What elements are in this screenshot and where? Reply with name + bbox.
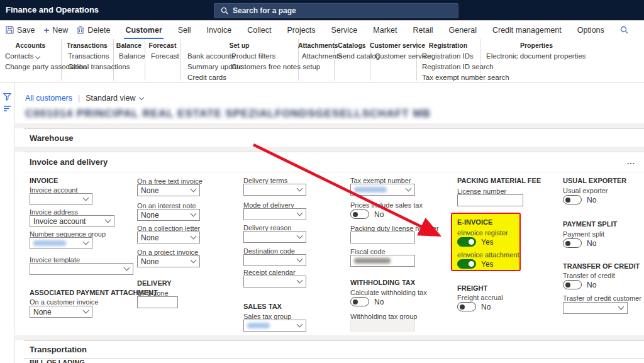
on-project-invoice-dropdown[interactable]: None	[137, 255, 200, 267]
filter-icon[interactable]	[3, 92, 11, 101]
toggle-knob	[353, 299, 358, 304]
menu-item-registration-ids[interactable]: Registration IDs	[422, 52, 474, 61]
transfer-of-credit-customer-dropdown[interactable]	[563, 302, 628, 314]
einvoice-attachment-toggle[interactable]	[457, 259, 476, 269]
on-free-text-invoice-value: None	[141, 186, 191, 195]
on-interest-note-dropdown[interactable]: None	[137, 209, 200, 221]
menu-item-transactions[interactable]: Transactions	[68, 52, 109, 61]
toggle-knob	[565, 198, 570, 203]
chevron-down-icon	[124, 265, 130, 271]
menu-item-bank-accounts[interactable]: Bank accounts	[187, 52, 235, 61]
ribbon-group-title: Catalogs	[334, 42, 370, 49]
toggle-knob	[565, 241, 570, 246]
withholding-tax-group-input	[350, 320, 415, 332]
tab-retail[interactable]: Retail	[411, 22, 434, 38]
tab-invoice[interactable]: Invoice	[206, 22, 233, 38]
number-sequence-group-dropdown[interactable]	[30, 237, 92, 249]
redacted-value	[247, 323, 270, 328]
menu-item-product-filters[interactable]: Product filters	[231, 52, 275, 61]
on-collection-letter-dropdown[interactable]: None	[137, 232, 200, 243]
plus-icon: +	[44, 26, 50, 34]
more-options-button[interactable]: ...	[627, 157, 635, 166]
save-button[interactable]: Save	[6, 26, 35, 35]
invoice-address-dropdown[interactable]: Invoice account	[30, 215, 114, 227]
delivery-reason-dropdown[interactable]	[243, 231, 306, 243]
delete-label: Delete	[87, 26, 110, 35]
chevron-down-icon	[191, 257, 197, 264]
group-header-packing-material-fee: PACKING MATERIAL FEE	[457, 177, 541, 184]
destination-code-dropdown[interactable]	[243, 254, 306, 266]
group-header-bill-of-lading: BILL OF LADING	[30, 359, 85, 363]
new-button[interactable]: + New	[44, 26, 69, 35]
page-search-input[interactable]: Search for a page	[214, 3, 458, 18]
ribbon-group-title: Set up	[180, 42, 298, 49]
chevron-down-icon	[191, 186, 197, 193]
tab-market[interactable]: Market	[372, 22, 398, 38]
invoice-account-dropdown[interactable]	[30, 193, 92, 205]
chevron-down-icon	[83, 195, 89, 201]
action-pane: Save + New Delete Customer Sell Invoice …	[0, 21, 644, 39]
prices-include-sales-tax-toggle[interactable]	[350, 209, 369, 219]
group-header-einvoice: E-INVOICE	[457, 218, 492, 226]
section-warehouse[interactable]: Warehouse	[24, 128, 644, 148]
tab-options[interactable]: Options	[576, 22, 606, 38]
actionbar-search-icon[interactable]	[620, 26, 628, 34]
tab-credit-management[interactable]: Credit management	[491, 22, 563, 38]
tab-sell[interactable]: Sell	[177, 22, 192, 38]
group-header-payment-split: PAYMENT SPLIT	[563, 220, 617, 228]
license-number-input[interactable]	[457, 194, 523, 206]
transfer-of-credit-customer-label: Trasfer of credit customer	[563, 294, 641, 302]
tab-service[interactable]: Service	[330, 22, 359, 38]
calculate-withholding-tax-state: No	[374, 298, 384, 306]
menu-item-contacts[interactable]: Contacts	[5, 52, 40, 61]
delete-button[interactable]: Delete	[77, 26, 110, 35]
sales-tax-group-dropdown[interactable]	[243, 320, 306, 332]
on-interest-note-value: None	[141, 211, 191, 220]
all-customers-link[interactable]: All customers	[25, 94, 72, 103]
ups-zone-input[interactable]	[137, 296, 178, 308]
view-selector[interactable]: Standard view	[86, 94, 143, 103]
calculate-withholding-tax-label: Calculate withholding tax	[350, 289, 427, 296]
calculate-withholding-tax-toggle[interactable]	[350, 297, 369, 306]
tab-projects[interactable]: Projects	[286, 22, 316, 38]
menu-item-electronic-document-properties[interactable]: Electronic document properties	[486, 52, 586, 61]
tab-general[interactable]: General	[447, 22, 477, 38]
einvoice-register-toggle[interactable]	[457, 237, 476, 247]
menu-item-balance[interactable]: Balance	[119, 52, 145, 61]
prices-include-sales-tax-label: Prices include sales tax	[350, 201, 423, 209]
section-gap	[15, 335, 644, 340]
usual-exporter-label: Usual exporter	[563, 187, 608, 194]
section-title-invoice-delivery[interactable]: Invoice and delivery	[24, 152, 644, 167]
usual-exporter-toggle[interactable]	[563, 195, 582, 204]
tax-exempt-number-dropdown[interactable]	[350, 184, 415, 196]
toggle-knob	[353, 212, 358, 217]
payment-split-toggle[interactable]	[563, 238, 582, 248]
menu-item-forecast[interactable]: Forecast	[151, 52, 179, 61]
chevron-down-icon	[105, 217, 111, 223]
einvoice-register-state: Yes	[481, 238, 494, 247]
ribbon-group-title: Balance	[113, 42, 145, 49]
usual-exporter-state: No	[587, 196, 596, 204]
transfer-of-credit-toggle[interactable]	[563, 280, 582, 289]
tab-collect[interactable]: Collect	[246, 22, 272, 38]
ribbon-group-accounts: Accounts Contacts Change party associati…	[0, 39, 62, 81]
invoice-template-dropdown[interactable]	[30, 263, 133, 275]
chevron-down-icon	[138, 95, 143, 100]
on-customer-invoice-dropdown[interactable]: None	[30, 306, 92, 318]
on-free-text-invoice-dropdown[interactable]: None	[137, 184, 200, 196]
chevron-down-icon	[618, 304, 625, 310]
mode-of-delivery-dropdown[interactable]	[243, 208, 306, 220]
ribbon: Accounts Contacts Change party associati…	[0, 39, 644, 83]
group-header-invoice: INVOICE	[30, 177, 58, 184]
invoice-address-value: Invoice account	[33, 217, 106, 226]
section-transportation[interactable]: Transportation	[24, 340, 644, 359]
delivery-terms-dropdown[interactable]	[243, 184, 306, 196]
toggle-knob	[469, 239, 474, 245]
tab-customer[interactable]: Customer	[124, 22, 163, 38]
receipt-calendar-dropdown[interactable]	[243, 276, 306, 288]
collapse-pane-icon[interactable]	[3, 105, 11, 112]
fiscal-code-input[interactable]	[350, 255, 415, 267]
menu-item-credit-cards[interactable]: Credit cards	[187, 73, 226, 82]
freight-accrual-toggle[interactable]	[457, 302, 476, 311]
packing-duty-license-number-input[interactable]	[350, 232, 415, 243]
